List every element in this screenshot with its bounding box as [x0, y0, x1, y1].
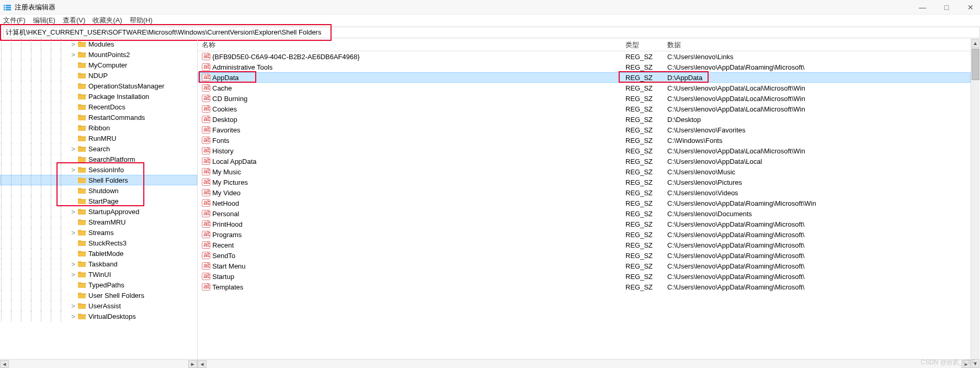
tree-item-search[interactable]: >Search — [0, 143, 197, 154]
list-row[interactable]: abMy PicturesREG_SZC:\Users\lenovo\Pictu… — [198, 177, 971, 187]
expander-icon[interactable]: > — [70, 166, 77, 174]
tree-item-package-installation[interactable]: Package Installation — [0, 91, 197, 102]
folder-icon — [78, 207, 86, 216]
value-data: C:\Users\lenovo\AppData\Roaming\Microsof… — [667, 241, 971, 249]
close-button[interactable]: ✕ — [964, 3, 977, 12]
tree-item-streammru[interactable]: StreamMRU — [0, 217, 197, 227]
value-type: REG_SZ — [625, 262, 667, 270]
tree-item-recentdocs[interactable]: RecentDocs — [0, 102, 197, 112]
scroll-up-icon[interactable]: ▲ — [972, 39, 979, 48]
tree-item-modules[interactable]: >Modules — [0, 39, 197, 49]
folder-icon — [78, 176, 86, 184]
folder-icon — [78, 40, 86, 48]
address-bar[interactable]: 计算机\HKEY_CURRENT_USER\SOFTWARE\Microsoft… — [3, 27, 980, 38]
list-row[interactable]: abProgramsREG_SZC:\Users\lenovo\AppData\… — [198, 229, 971, 240]
menu-favorites[interactable]: 收藏夹(A) — [93, 16, 122, 25]
list-row[interactable]: abAppDataREG_SZD:\AppData — [198, 72, 971, 83]
tree-pane[interactable]: >Modules>MountPoints2MyComputerNDUPOpera… — [0, 39, 198, 368]
tree-item-label: StreamMRU — [88, 218, 126, 226]
list-row[interactable]: abStartupREG_SZC:\Users\lenovo\AppData\R… — [198, 271, 971, 282]
tree-item-tabletmode[interactable]: TabletMode — [0, 248, 197, 259]
tree-item-shell-folders[interactable]: Shell Folders — [0, 175, 197, 185]
tree-item-virtualdesktops[interactable]: >VirtualDesktops — [0, 311, 197, 321]
col-header-name[interactable]: 名称 — [202, 40, 625, 50]
list-row[interactable]: abSendToREG_SZC:\Users\lenovo\AppData\Ro… — [198, 250, 971, 261]
string-value-icon: ab — [202, 272, 210, 281]
tree-item-stuckrects3[interactable]: StuckRects3 — [0, 238, 197, 248]
tree-item-userassist[interactable]: >UserAssist — [0, 300, 197, 311]
expander-icon[interactable]: > — [70, 145, 77, 153]
vertical-scrollbar[interactable]: ▲ ▼ — [971, 39, 979, 368]
list-row[interactable]: abHistoryREG_SZC:\Users\lenovo\AppData\L… — [198, 146, 971, 156]
list-row[interactable]: ab{BFB9D5E0-C6A9-404C-B2B2-AE6DB6AF4968}… — [198, 51, 971, 62]
expander-icon[interactable]: > — [70, 313, 77, 320]
scroll-right-icon[interactable]: ► — [188, 360, 197, 368]
menu-help[interactable]: 帮助(H) — [130, 16, 153, 25]
minimize-button[interactable]: — — [916, 3, 929, 12]
col-header-data[interactable]: 数据 — [667, 40, 971, 50]
tree-item-runmru[interactable]: RunMRU — [0, 133, 197, 143]
expander-icon[interactable]: > — [70, 51, 77, 59]
list-row[interactable]: abAdministrative ToolsREG_SZC:\Users\len… — [198, 62, 971, 72]
tree-item-label: TWinUI — [88, 271, 111, 278]
tree-horizontal-scrollbar[interactable]: ◄ ► — [0, 359, 197, 368]
tree-item-operationstatusmanager[interactable]: OperationStatusManager — [0, 81, 197, 91]
menu-view[interactable]: 查看(V) — [63, 16, 85, 25]
list-row[interactable]: abLocal AppDataREG_SZC:\Users\lenovo\App… — [198, 156, 971, 166]
tree-item-taskband[interactable]: >Taskband — [0, 259, 197, 269]
expander-icon[interactable]: > — [70, 229, 77, 237]
tree-item-twinui[interactable]: >TWinUI — [0, 269, 197, 280]
scroll-left-icon[interactable]: ◄ — [198, 360, 207, 368]
list-pane[interactable]: 名称 类型 数据 ab{BFB9D5E0-C6A9-404C-B2B2-AE6D… — [198, 39, 971, 368]
value-data: C:\Users\lenovo\Music — [667, 168, 971, 176]
list-row[interactable]: abCD BurningREG_SZC:\Users\lenovo\AppDat… — [198, 93, 971, 104]
tree-item-mountpoints2[interactable]: >MountPoints2 — [0, 49, 197, 60]
menu-edit[interactable]: 编辑(E) — [33, 16, 55, 25]
tree-item-typedpaths[interactable]: TypedPaths — [0, 280, 197, 290]
expander-icon[interactable]: > — [70, 40, 77, 48]
list-row[interactable]: abMy MusicREG_SZC:\Users\lenovo\Music — [198, 166, 971, 177]
expander-icon[interactable]: > — [70, 271, 77, 278]
list-row[interactable]: abRecentREG_SZC:\Users\lenovo\AppData\Ro… — [198, 240, 971, 250]
list-row[interactable]: abPrintHoodREG_SZC:\Users\lenovo\AppData… — [198, 219, 971, 229]
tree-item-shutdown[interactable]: Shutdown — [0, 185, 197, 196]
scroll-left-icon[interactable]: ◄ — [0, 360, 9, 368]
col-header-type[interactable]: 类型 — [625, 40, 667, 50]
tree-item-label: StuckRects3 — [88, 239, 127, 247]
list-horizontal-scrollbar[interactable]: ◄ ► — [198, 359, 971, 368]
scroll-down-icon[interactable]: ▼ — [972, 359, 979, 368]
tree-item-label: SearchPlatform — [88, 155, 135, 163]
tree-item-restartcommands[interactable]: RestartCommands — [0, 112, 197, 122]
list-row[interactable]: abTemplatesREG_SZC:\Users\lenovo\AppData… — [198, 282, 971, 292]
tree-item-mycomputer[interactable]: MyComputer — [0, 60, 197, 70]
string-value-icon: ab — [202, 262, 210, 270]
folder-icon — [78, 92, 86, 101]
maximize-button[interactable]: □ — [940, 3, 953, 12]
expander-icon[interactable]: > — [70, 208, 77, 216]
tree-item-user-shell-folders[interactable]: User Shell Folders — [0, 290, 197, 300]
list-row[interactable]: abPersonalREG_SZC:\Users\lenovo\Document… — [198, 208, 971, 219]
tree-item-sessioninfo[interactable]: >SessionInfo — [0, 164, 197, 175]
string-value-icon: ab — [202, 115, 210, 124]
list-row[interactable]: abCacheREG_SZC:\Users\lenovo\AppData\Loc… — [198, 83, 971, 93]
expander-icon[interactable]: > — [70, 302, 77, 310]
list-row[interactable]: abMy VideoREG_SZC:\Users\lenovo\Videos — [198, 187, 971, 198]
menu-file[interactable]: 文件(F) — [3, 16, 26, 25]
value-name: Administrative Tools — [212, 63, 272, 71]
list-row[interactable]: abNetHoodREG_SZC:\Users\lenovo\AppData\R… — [198, 198, 971, 208]
tree-item-startupapproved[interactable]: >StartupApproved — [0, 206, 197, 217]
tree-item-ndup[interactable]: NDUP — [0, 70, 197, 81]
expander-icon[interactable]: > — [70, 260, 77, 268]
list-row[interactable]: abStart MenuREG_SZC:\Users\lenovo\AppDat… — [198, 261, 971, 271]
tree-item-searchplatform[interactable]: SearchPlatform — [0, 154, 197, 164]
value-type: REG_SZ — [625, 95, 667, 103]
tree-item-ribbon[interactable]: Ribbon — [0, 122, 197, 133]
scroll-right-icon[interactable]: ► — [962, 360, 971, 368]
tree-item-startpage[interactable]: StartPage — [0, 196, 197, 206]
list-row[interactable]: abFontsREG_SZC:\Windows\Fonts — [198, 135, 971, 146]
value-name: Programs — [212, 231, 242, 239]
list-row[interactable]: abCookiesREG_SZC:\Users\lenovo\AppData\L… — [198, 104, 971, 114]
list-row[interactable]: abFavoritesREG_SZC:\Users\lenovo\Favorit… — [198, 125, 971, 135]
tree-item-streams[interactable]: >Streams — [0, 227, 197, 238]
list-row[interactable]: abDesktopREG_SZD:\Desktop — [198, 114, 971, 125]
